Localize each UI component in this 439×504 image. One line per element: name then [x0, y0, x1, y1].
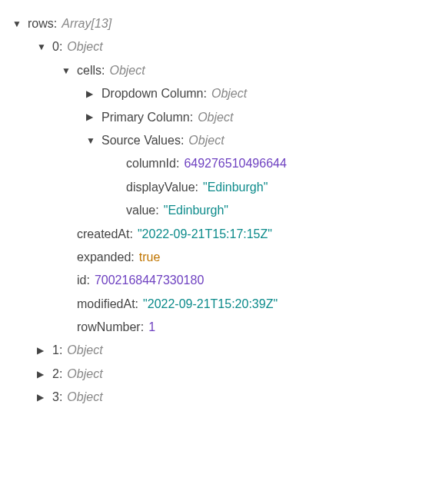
tree-value-type: Object [67, 339, 102, 362]
tree-row-columnid[interactable]: columnId: 649276510496644 [12, 152, 427, 175]
chevron-right-icon[interactable]: ▶ [86, 108, 97, 126]
tree-key: modifiedAt [77, 293, 135, 316]
tree-value-type: Object [67, 386, 102, 409]
tree-key: createdAt [77, 223, 129, 246]
tree-key: expanded [77, 246, 131, 269]
tree-key: displayValue [126, 176, 195, 199]
tree-value-type: Object [198, 106, 233, 129]
tree-value-bool: true [139, 246, 161, 269]
tree-value-type: Object [188, 129, 224, 152]
tree-key: Dropdown Column [101, 82, 204, 105]
tree-value-number: 1 [148, 316, 155, 339]
chevron-right-icon[interactable]: ▶ [37, 342, 48, 360]
chevron-right-icon[interactable]: ▶ [37, 366, 48, 383]
tree-key: Source Values [101, 129, 181, 152]
chevron-down-icon[interactable]: ▼ [62, 62, 72, 80]
chevron-down-icon[interactable]: ▼ [12, 15, 23, 33]
tree-row-dropdown-column[interactable]: ▶ Dropdown Column: Object [12, 82, 427, 105]
json-tree: ▼ rows: Array[13] ▼ 0: Object ▼ cells: O… [12, 12, 427, 410]
tree-value-string: "2022-09-21T15:20:39Z" [143, 293, 278, 316]
tree-row-primary-column[interactable]: ▶ Primary Column: Object [12, 106, 427, 129]
tree-row-displayvalue[interactable]: displayValue: "Edinburgh" [12, 176, 427, 199]
tree-key: 0 [52, 35, 59, 58]
tree-value-type: Array[13] [62, 12, 111, 35]
tree-value-type: Object [211, 82, 247, 105]
tree-row-rownumber[interactable]: rowNumber: 1 [12, 316, 427, 339]
tree-row-modifiedat[interactable]: modifiedAt: "2022-09-21T15:20:39Z" [12, 293, 427, 316]
tree-key: id [77, 269, 86, 292]
tree-key: 2 [52, 363, 59, 386]
tree-value-string: "2022-09-21T15:17:15Z" [138, 223, 272, 246]
tree-value-string: "Edinburgh" [203, 176, 268, 199]
chevron-down-icon[interactable]: ▼ [86, 132, 97, 150]
tree-key: rows [28, 12, 54, 35]
tree-row-0[interactable]: ▼ 0: Object [12, 35, 427, 58]
tree-row-rows[interactable]: ▼ rows: Array[13] [12, 12, 427, 35]
tree-value-number: 649276510496644 [184, 152, 286, 175]
tree-row-id[interactable]: id: 7002168447330180 [12, 269, 427, 292]
tree-row-source-values[interactable]: ▼ Source Values: Object [12, 129, 427, 152]
tree-row-2[interactable]: ▶ 2: Object [12, 363, 427, 386]
tree-key: 1 [52, 339, 59, 362]
tree-value-number: 7002168447330180 [95, 269, 204, 292]
tree-row-1[interactable]: ▶ 1: Object [12, 339, 427, 362]
tree-row-3[interactable]: ▶ 3: Object [12, 386, 427, 409]
tree-key: value [126, 199, 155, 222]
chevron-down-icon[interactable]: ▼ [37, 38, 48, 56]
tree-value-type: Object [109, 59, 145, 82]
tree-key: columnId [126, 152, 176, 175]
tree-row-expanded[interactable]: expanded: true [12, 246, 427, 269]
tree-key: Primary Column [101, 106, 190, 129]
tree-key: cells [77, 59, 101, 82]
tree-key: rowNumber [77, 316, 141, 339]
tree-row-value[interactable]: value: "Edinburgh" [12, 199, 427, 222]
tree-value-type: Object [67, 35, 102, 58]
tree-key: 3 [52, 386, 59, 409]
chevron-right-icon[interactable]: ▶ [86, 85, 97, 103]
tree-row-createdat[interactable]: createdAt: "2022-09-21T15:17:15Z" [12, 223, 427, 246]
tree-value-type: Object [67, 363, 102, 386]
chevron-right-icon[interactable]: ▶ [37, 389, 48, 406]
tree-row-cells[interactable]: ▼ cells: Object [12, 59, 427, 82]
tree-value-string: "Edinburgh" [164, 199, 228, 222]
